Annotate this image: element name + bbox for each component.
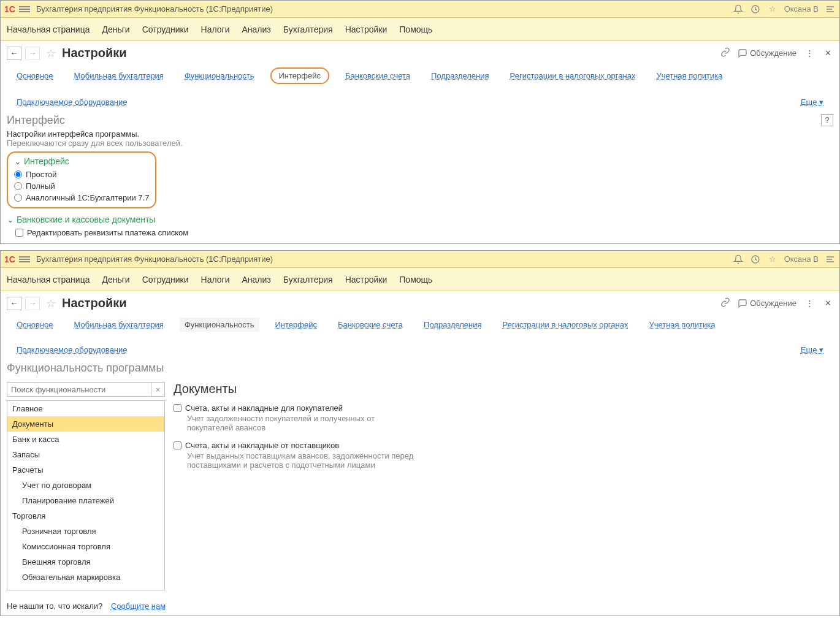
tree-item-retail[interactable]: Розничная торговля — [7, 524, 164, 539]
tree-item-commission[interactable]: Комиссионная торговля — [7, 539, 164, 554]
tab-mobile[interactable]: Мобильная бухгалтерия — [69, 69, 169, 83]
nav-back-button[interactable]: ← — [7, 297, 21, 310]
check-edit-list-input[interactable] — [15, 229, 23, 237]
tab-main[interactable]: Основное — [12, 69, 58, 83]
menu-settings[interactable]: Настройки — [345, 25, 388, 34]
clear-search-icon[interactable]: × — [151, 382, 165, 397]
menu-analysis[interactable]: Анализ — [242, 275, 270, 284]
discuss-button[interactable]: Обсуждение — [738, 299, 796, 308]
check-edit-list[interactable]: Редактировать реквизиты платежа списком — [15, 227, 833, 238]
radio-simple-label: Простой — [26, 170, 57, 179]
star-icon[interactable]: ☆ — [767, 254, 778, 265]
tab-equipment[interactable]: Подключаемое оборудование — [12, 95, 132, 109]
chevron-down-icon[interactable]: ⌄ — [7, 215, 14, 224]
tree-item-trade[interactable]: Торговля — [7, 508, 164, 524]
menu-taxes[interactable]: Налоги — [201, 275, 230, 284]
menu-employees[interactable]: Сотрудники — [142, 275, 189, 284]
menu-help[interactable]: Помощь — [399, 275, 432, 284]
discuss-label: Обсуждение — [750, 48, 796, 58]
menu-money[interactable]: Деньги — [102, 25, 129, 34]
tree-item-settlements[interactable]: Расчеты — [7, 462, 164, 478]
check-supplier-docs-input[interactable] — [174, 441, 181, 449]
help-button[interactable]: ? — [821, 114, 833, 126]
menu-analysis[interactable]: Анализ — [242, 25, 270, 34]
menu-money[interactable]: Деньги — [102, 275, 129, 284]
tab-main[interactable]: Основное — [12, 318, 58, 332]
link-icon[interactable] — [720, 297, 730, 309]
radio-full-input[interactable] — [14, 182, 22, 190]
search-input[interactable] — [7, 382, 151, 397]
menu-help[interactable]: Помощь — [399, 25, 432, 34]
tab-bank[interactable]: Банковские счета — [333, 318, 408, 332]
tab-bank[interactable]: Банковские счета — [340, 69, 415, 83]
tree-item-documents[interactable]: Документы — [7, 416, 164, 432]
tree-item-planning[interactable]: Планирование платежей — [7, 493, 164, 508]
tab-equipment[interactable]: Подключаемое оборудование — [12, 343, 132, 357]
functionality-tree[interactable]: Главное Документы Банк и касса Запасы Ра… — [7, 400, 165, 590]
chevron-down-icon: ▾ — [819, 345, 823, 354]
close-icon[interactable]: ✕ — [822, 298, 833, 309]
tab-accounting-policy[interactable]: Учетная политика — [651, 69, 727, 83]
tab-mobile[interactable]: Мобильная бухгалтерия — [69, 318, 169, 332]
kebab-icon[interactable]: ⋮ — [804, 298, 815, 309]
bell-icon[interactable] — [733, 4, 744, 15]
radio-full[interactable]: Полный — [14, 180, 149, 192]
menu-taxes[interactable]: Налоги — [201, 25, 230, 34]
check-buyer-docs[interactable]: Счета, акты и накладные для покупателей — [174, 403, 833, 413]
page-title: Настройки — [62, 46, 127, 60]
star-icon[interactable]: ☆ — [767, 4, 778, 15]
section-heading: Интерфейс — [7, 114, 833, 127]
menu-home[interactable]: Начальная страница — [7, 275, 90, 284]
tree-item-marking[interactable]: Обязательная маркировка — [7, 570, 164, 585]
radio-77[interactable]: Аналогичный 1С:Бухгалтерии 7.7 — [14, 192, 149, 204]
tree-item-contracts[interactable]: Учет по договорам — [7, 478, 164, 493]
bell-icon[interactable] — [733, 254, 744, 265]
tab-accounting-policy[interactable]: Учетная политика — [644, 318, 720, 332]
user-name[interactable]: Оксана В — [784, 254, 819, 264]
history-icon[interactable] — [750, 254, 761, 265]
radio-simple[interactable]: Простой — [14, 169, 149, 180]
link-icon[interactable] — [720, 47, 730, 59]
tree-item-bank[interactable]: Банк и касса — [7, 432, 164, 447]
tab-more[interactable]: Еще ▾ — [796, 95, 828, 109]
tab-functionality[interactable]: Функциональность — [180, 69, 259, 83]
tab-departments[interactable]: Подразделения — [426, 69, 494, 83]
tab-interface[interactable]: Интерфейс — [270, 67, 329, 84]
tab-functionality[interactable]: Функциональность — [180, 318, 259, 332]
tab-more[interactable]: Еще ▾ — [796, 343, 828, 357]
nav-forward-button[interactable]: → — [25, 47, 40, 60]
chevron-down-icon[interactable]: ⌄ — [14, 156, 21, 166]
tab-tax-reg[interactable]: Регистрации в налоговых органах — [498, 318, 633, 332]
check-supplier-docs[interactable]: Счета, акты и накладные от поставщиков — [174, 441, 833, 450]
menu-settings[interactable]: Настройки — [345, 275, 388, 284]
tab-interface[interactable]: Интерфейс — [270, 318, 322, 332]
tab-tax-reg[interactable]: Регистрации в налоговых органах — [505, 69, 641, 83]
nav-back-button[interactable]: ← — [7, 47, 21, 60]
menu-accounting[interactable]: Бухгалтерия — [283, 275, 333, 284]
menu-lines-icon[interactable] — [825, 4, 836, 15]
user-name[interactable]: Оксана В — [784, 4, 819, 13]
history-icon[interactable] — [750, 4, 761, 15]
nav-forward-button[interactable]: → — [25, 297, 40, 310]
check-buyer-docs-input[interactable] — [174, 404, 181, 412]
check-buyer-docs-label: Счета, акты и накладные для покупателей — [185, 403, 343, 413]
radio-77-input[interactable] — [14, 194, 22, 202]
close-icon[interactable]: ✕ — [822, 48, 833, 59]
menu-home[interactable]: Начальная страница — [7, 25, 90, 34]
hamburger-icon[interactable] — [19, 6, 30, 12]
menu-employees[interactable]: Сотрудники — [142, 25, 189, 34]
kebab-icon[interactable]: ⋮ — [804, 48, 815, 59]
favorite-star-icon[interactable]: ☆ — [46, 297, 56, 310]
tree-item-stock[interactable]: Запасы — [7, 447, 164, 462]
footer-contact-link[interactable]: Сообщите нам — [111, 601, 166, 611]
favorite-star-icon[interactable]: ☆ — [46, 47, 56, 60]
discuss-button[interactable]: Обсуждение — [738, 48, 796, 58]
tab-departments[interactable]: Подразделения — [419, 318, 487, 332]
hamburger-icon[interactable] — [19, 256, 30, 262]
menu-lines-icon[interactable] — [825, 254, 836, 265]
radio-simple-input[interactable] — [14, 170, 22, 178]
interface-group: ⌄Интерфейс Простой Полный Аналогичный 1С… — [7, 151, 156, 208]
tree-item-main[interactable]: Главное — [7, 401, 164, 416]
tree-item-foreign[interactable]: Внешняя торговля — [7, 554, 164, 570]
menu-accounting[interactable]: Бухгалтерия — [283, 25, 333, 34]
